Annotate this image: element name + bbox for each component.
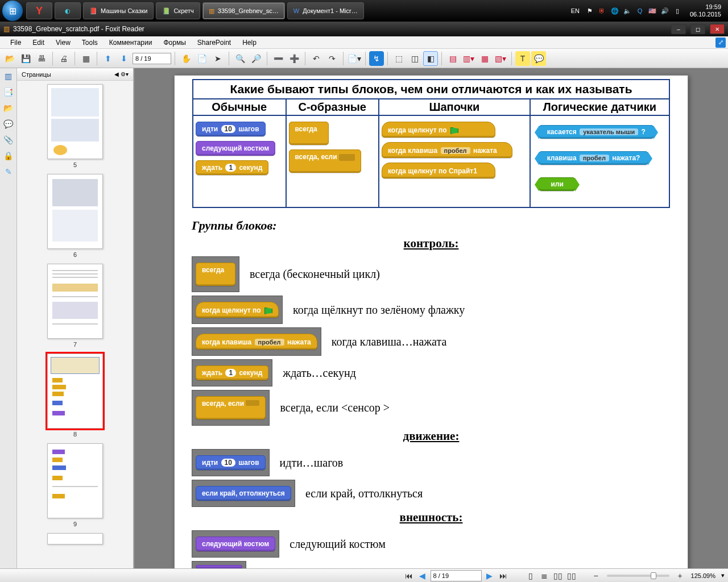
pdf-sign-button[interactable]: ▦ [477, 51, 492, 66]
attachments-panel-icon[interactable]: 📎 [3, 134, 14, 146]
security-panel-icon[interactable]: 🔒 [3, 150, 14, 161]
pdf-convert-button[interactable]: ▤ [445, 51, 460, 66]
thumbnail-6[interactable]: 6 [22, 174, 129, 258]
zoom-out-status-button[interactable]: − [591, 571, 601, 581]
print-button[interactable]: 🖶 [34, 51, 49, 66]
magnifier-button[interactable]: 🔎 [249, 51, 263, 66]
menu-comments[interactable]: Комментарии [104, 36, 158, 48]
first-page-button[interactable]: ⏮ [403, 571, 415, 581]
media-icon: ◐ [65, 7, 71, 15]
close-button[interactable]: ✕ [710, 24, 725, 34]
signatures-panel-icon[interactable]: ✎ [3, 166, 14, 177]
find-button[interactable]: 🔍 [233, 51, 247, 66]
bookmarks-panel-icon[interactable]: 📑 [3, 86, 14, 98]
taskbar-app-4[interactable]: WДокумент1 - Micr… [287, 2, 364, 19]
thumbnails-button[interactable]: ▦ [78, 51, 93, 66]
next-page-button[interactable]: ▶ [484, 571, 495, 581]
document-area[interactable]: Какие бывают типы блоков, чем они отлича… [134, 68, 728, 568]
system-tray: ⚑ ⛨ 🌐 🔈 Q 🇺🇸 🔊 ▯ 19:59 06.10.2015 [585, 3, 726, 18]
prev-page-button[interactable]: ◀ [417, 571, 428, 581]
page-options-button[interactable]: 📄▾ [347, 51, 362, 66]
us-flag-icon[interactable]: 🇺🇸 [648, 6, 657, 15]
zoom-dropdown-icon[interactable]: ▾ [721, 572, 725, 579]
comments-panel-icon[interactable]: 💬 [3, 118, 14, 130]
menu-help[interactable]: Help [237, 36, 262, 48]
page-number-input[interactable] [133, 53, 171, 64]
pdf-secure-button[interactable]: ▧▾ [493, 51, 508, 66]
menu-file[interactable]: File [5, 36, 27, 48]
taskbar-app-media[interactable]: ◐ [55, 2, 81, 19]
open-button[interactable]: 📂 [2, 51, 17, 66]
menu-forms[interactable]: Формы [158, 36, 191, 48]
control-row-2: когда щелкнут по когда щёлкнут по зелёно… [192, 296, 688, 324]
menu-tools[interactable]: Tools [76, 36, 104, 48]
block-forever: всегда [196, 263, 235, 286]
control-row-3: когда клавиша пробел нажата когда клавиш… [192, 327, 688, 356]
minimize-button[interactable]: – [671, 24, 686, 34]
taskbar-clock[interactable]: 19:59 06.10.2015 [685, 3, 726, 18]
panel-close-icon[interactable]: ◀ ⚙▾ [114, 71, 129, 77]
flag-icon[interactable]: ⚑ [585, 6, 594, 15]
facing-button[interactable]: ▯▯ [552, 571, 564, 581]
print-button-2[interactable]: 🖨 [56, 51, 71, 66]
last-page-button[interactable]: ⏭ [498, 571, 509, 581]
side-icon-strip: ▥ 📑 📂 💬 📎 🔒 ✎ [0, 68, 17, 568]
thumbnail-10[interactable] [22, 533, 129, 544]
zoom-in-button[interactable]: ➕ [287, 51, 301, 66]
taskbar-app-3[interactable]: ▥33598_Grebnev_sc… [202, 2, 285, 19]
taskbar-app-yandex[interactable]: Y [26, 2, 52, 19]
page-down-button[interactable]: ⬇ [117, 51, 131, 66]
block-forever-if: всегда, если [289, 149, 361, 173]
share-button[interactable]: ↯ [369, 51, 384, 66]
shield-icon[interactable]: ⛨ [598, 6, 607, 15]
save-button[interactable]: 💾 [18, 51, 33, 66]
pointer-button[interactable]: ➤ [210, 51, 225, 66]
layers-panel-icon[interactable]: 📂 [3, 102, 14, 114]
control-desc: всегда, если <сенсор > [280, 401, 390, 414]
speaker-icon[interactable]: 🔈 [623, 6, 632, 15]
fit-page-button[interactable]: ◫ [407, 51, 422, 66]
block-bounce: если край, оттолкнуться [196, 486, 291, 501]
fit-width-button[interactable]: ◧ [423, 51, 438, 66]
block-forever: всегда [289, 122, 329, 145]
facing-continuous-button[interactable]: ▯▯ [566, 571, 577, 581]
pdf-create-button[interactable]: ▥▾ [461, 51, 476, 66]
zoom-in-status-button[interactable]: + [675, 571, 685, 581]
continuous-button[interactable]: ≣ [539, 571, 550, 581]
rotate-right-button[interactable]: ↷ [325, 51, 340, 66]
groups-heading: Группы блоков: [192, 218, 688, 233]
taskbar-app-1[interactable]: 📕Машины Сказки [83, 2, 154, 19]
rotate-left-button[interactable]: ↶ [309, 51, 324, 66]
lang-indicator[interactable]: EN [571, 7, 580, 14]
status-page-input[interactable] [431, 570, 482, 581]
menu-view[interactable]: View [50, 36, 76, 48]
motion-row-1: идти 10 шагов идти…шагов [192, 449, 688, 476]
single-page-button[interactable]: ▯ [525, 571, 536, 581]
battery-icon[interactable]: ▯ [673, 6, 682, 15]
taskbar-app-2[interactable]: 📗Скретч [156, 2, 200, 19]
highlight-button[interactable]: T [515, 51, 530, 66]
thumbnails-panel-icon[interactable]: ▥ [3, 70, 14, 82]
thumbnail-5[interactable]: 5 [22, 84, 129, 168]
restore-down-icon[interactable]: ⤢ [715, 38, 726, 48]
thumbnail-7[interactable]: 7 [22, 264, 129, 348]
actual-size-button[interactable]: ⬚ [391, 51, 406, 66]
thumbnails-body[interactable]: 5 6 7 8 9 [17, 81, 133, 568]
menu-edit[interactable]: Edit [27, 36, 50, 48]
block-when-key: когда клавиша пробел нажата [196, 334, 317, 350]
zoom-out-button[interactable]: ➖ [271, 51, 286, 66]
thumbnail-8[interactable]: 8 [22, 354, 129, 438]
page-up-button[interactable]: ⬆ [101, 51, 115, 66]
qtime-icon[interactable]: Q [635, 6, 644, 15]
maximize-button[interactable]: ◻ [690, 24, 705, 34]
volume-icon[interactable]: 🔊 [660, 6, 669, 15]
globe-icon[interactable]: 🌐 [610, 6, 619, 15]
note-button[interactable]: 💬 [531, 51, 546, 66]
hand-tool-button[interactable]: ✋ [179, 51, 193, 66]
menu-sharepoint[interactable]: SharePoint [192, 36, 237, 48]
zoom-slider[interactable] [607, 575, 669, 577]
select-text-button[interactable]: 📄 [195, 51, 209, 66]
thumbnails-header: Страницы ◀ ⚙▾ [17, 68, 133, 81]
start-button[interactable]: ⊞ [2, 1, 23, 21]
thumbnail-9[interactable]: 9 [22, 443, 129, 527]
